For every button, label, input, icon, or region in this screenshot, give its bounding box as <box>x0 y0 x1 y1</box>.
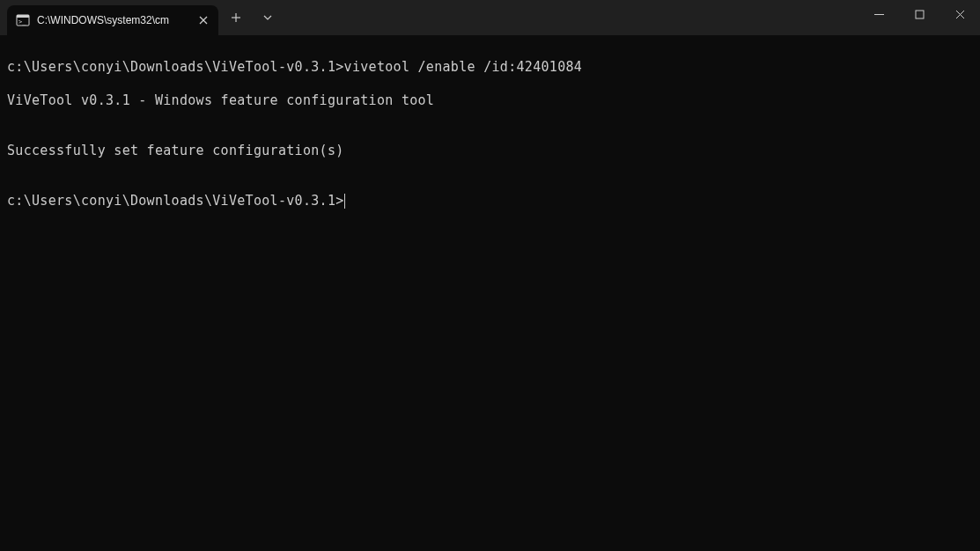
svg-rect-1 <box>17 15 29 18</box>
svg-rect-8 <box>916 11 924 18</box>
tab-title: C:\WINDOWS\system32\cm <box>37 14 188 26</box>
prompt-line: c:\Users\conyi\Downloads\ViVeTool-v0.3.1… <box>7 193 973 209</box>
minimize-button[interactable] <box>858 0 899 28</box>
titlebar: >_ C:\WINDOWS\system32\cm <box>0 0 980 35</box>
output-line: Successfully set feature configuration(s… <box>7 143 973 159</box>
prompt-text: c:\Users\conyi\Downloads\ViVeTool-v0.3.1… <box>7 59 344 75</box>
svg-text:>_: >_ <box>18 18 26 26</box>
tab-active[interactable]: >_ C:\WINDOWS\system32\cm <box>7 5 218 35</box>
new-tab-button[interactable] <box>222 4 250 32</box>
titlebar-left: >_ C:\WINDOWS\system32\cm <box>0 0 282 35</box>
close-button[interactable] <box>939 0 980 28</box>
window-controls <box>858 0 980 35</box>
maximize-button[interactable] <box>899 0 939 28</box>
prompt-text: c:\Users\conyi\Downloads\ViVeTool-v0.3.1… <box>7 193 344 209</box>
cmd-icon: >_ <box>16 13 30 27</box>
tab-dropdown-button[interactable] <box>254 4 282 32</box>
terminal-output[interactable]: c:\Users\conyi\Downloads\ViVeTool-v0.3.1… <box>0 35 980 551</box>
command-text: vivetool /enable /id:42401084 <box>344 59 583 75</box>
output-line: ViVeTool v0.3.1 - Windows feature config… <box>7 92 973 109</box>
tab-close-button[interactable] <box>195 12 211 28</box>
output-line: c:\Users\conyi\Downloads\ViVeTool-v0.3.1… <box>7 59 973 76</box>
cursor <box>344 194 345 209</box>
